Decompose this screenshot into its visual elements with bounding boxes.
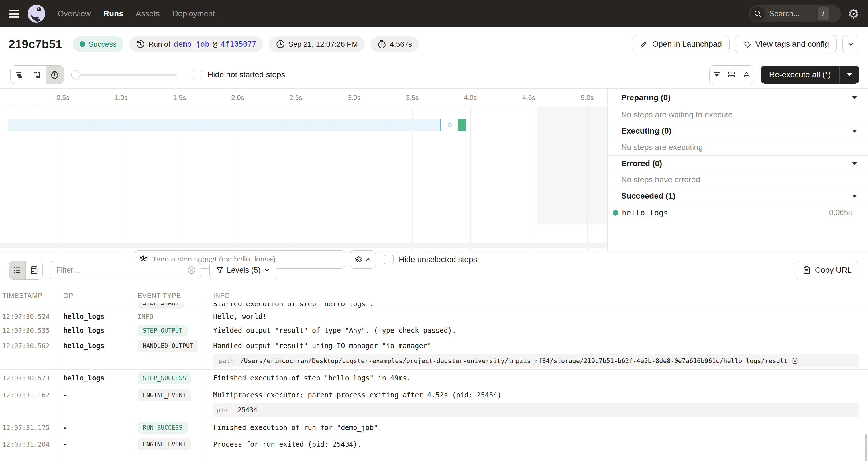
copy-url-button[interactable]: Copy URL	[795, 261, 860, 279]
log-op: hello_logs	[63, 374, 104, 382]
gantt-zoom-slider[interactable]	[71, 65, 177, 84]
hamburger-menu-icon[interactable]	[8, 10, 20, 18]
slider-thumb[interactable]	[71, 70, 80, 79]
log-info: Multiprocess executor: parent process ex…	[213, 391, 501, 399]
nav-item-runs[interactable]: Runs	[103, 9, 123, 18]
run-of-pill: Run of demo_job @ 4f105077	[129, 36, 263, 52]
col-op: OP	[63, 292, 73, 300]
split-panel-button[interactable]	[724, 65, 739, 84]
gantt-timeline-axis: 0.5s 1.0s 1.5s 2.0s 2.5s 3.0s 3.5s 4.0s …	[0, 89, 607, 107]
expand-panel-button[interactable]	[739, 65, 754, 84]
commit-link[interactable]: 4f105077	[221, 40, 256, 49]
stopwatch-icon	[377, 40, 386, 49]
axis-tick: 2.5s	[289, 94, 302, 102]
axis-tick: 5.0s	[581, 94, 594, 102]
gantt-view-mode-segmented	[10, 65, 64, 84]
log-timestamp: 12:07:30.562	[2, 342, 50, 349]
caret-down-icon	[852, 194, 857, 198]
section-executing[interactable]: Executing (0)	[608, 123, 868, 139]
run-logs-section: Levels (5) Copy URL TIMESTAMP OP EVENT T…	[0, 252, 868, 461]
log-row-handled-output[interactable]: 12:07:30.562 hello_logs HANDLED_OUTPUT H…	[0, 338, 868, 370]
step-execution-bar[interactable]	[458, 119, 466, 131]
section-errored[interactable]: Errored (0)	[608, 156, 868, 172]
job-link[interactable]: demo_job	[174, 40, 210, 49]
collapse-panel-button[interactable]	[710, 65, 724, 84]
log-info: Hello, world!	[213, 313, 267, 320]
nav-item-assets[interactable]: Assets	[136, 9, 160, 18]
log-row-step-output[interactable]: 12:07:30.535 hello_logs STEP_OUTPUT Yiel…	[0, 323, 868, 338]
log-row-engine-event-exit[interactable]: 12:07:31.204 - ENGINE_EVENT Process for …	[0, 436, 868, 453]
log-timestamp: 12:07:31.175	[2, 424, 50, 431]
search-input[interactable]	[769, 9, 817, 18]
log-vertical-scrollbar[interactable]	[865, 434, 867, 461]
open-in-launchpad-button[interactable]: Open in Launchpad	[632, 35, 730, 53]
metadata-label: pid	[213, 403, 231, 417]
waterfall-view-button[interactable]	[28, 65, 46, 84]
log-row-step-start[interactable]: STEP_START Started execution of step "he…	[0, 303, 868, 310]
section-succeeded[interactable]: Succeeded (1)	[608, 188, 868, 204]
run-actions-dropdown-button[interactable]	[842, 35, 860, 53]
gantt-chart: 0.5s 1.0s 1.5s 2.0s 2.5s 3.0s 3.5s 4.0s …	[0, 88, 607, 252]
funnel-icon	[216, 267, 223, 274]
log-timestamp: 12:07:31.204	[2, 441, 50, 448]
chevron-down-icon	[264, 268, 270, 272]
search-shortcut-key: /	[817, 7, 829, 20]
caret-down-icon	[852, 96, 857, 99]
step-waiting-bar	[8, 119, 440, 131]
after-run-end-region	[537, 107, 607, 224]
log-timestamp: 12:07:31.162	[2, 392, 50, 399]
log-timestamp: 12:07:30.524	[2, 313, 50, 320]
slider-track	[71, 73, 177, 76]
log-row-engine-event[interactable]: 12:07:31.162 - ENGINE_EVENT Multiprocess…	[0, 387, 868, 420]
global-search[interactable]: /	[749, 5, 841, 22]
log-row-info[interactable]: 12:07:30.524 hello_logs INFO Hello, worl…	[0, 310, 868, 323]
log-op: -	[63, 424, 67, 432]
axis-tick: 3.5s	[406, 94, 418, 102]
axis-tick: 1.0s	[115, 94, 127, 102]
log-row-step-success[interactable]: 12:07:30.573 hello_logs STEP_SUCCESS Fin…	[0, 370, 868, 387]
axis-tick: 2.0s	[231, 94, 244, 102]
path-link[interactable]: /Users/erincochran/Desktop/dagster-examp…	[240, 357, 788, 364]
pid-value: 25434	[238, 406, 257, 414]
gantt-horizontal-scrollbar[interactable]	[0, 243, 607, 248]
flat-view-button[interactable]	[10, 65, 28, 84]
chevron-down-icon	[847, 40, 855, 48]
section-preparing[interactable]: Preparing (0)	[608, 89, 868, 107]
gantt-body: Hide unselected steps	[0, 107, 607, 252]
reexecute-all-button[interactable]: Re-execute all (*)	[761, 65, 860, 84]
expand-up-icon	[742, 70, 751, 79]
log-info: Started execution of step "hello_logs".	[213, 303, 374, 308]
event-type-badge: ENGINE_EVENT	[137, 438, 191, 451]
succeeded-step-row[interactable]: hello_logs 0.065s	[608, 204, 868, 221]
log-filter-field	[50, 261, 201, 279]
run-header: 219c7b51 Success Run of demo_job @ 4f105…	[0, 27, 868, 61]
stopwatch-view-icon	[50, 70, 59, 79]
log-info: Finished execution of step "hello_logs" …	[213, 374, 411, 382]
step-name: hello_logs	[622, 208, 668, 217]
nav-item-overview[interactable]: Overview	[58, 9, 91, 18]
log-op: hello_logs	[63, 327, 104, 335]
log-filter-input[interactable]	[56, 266, 187, 275]
hide-not-started-checkbox[interactable]: Hide not started steps	[193, 70, 285, 80]
reexecute-dropdown-button[interactable]	[839, 73, 860, 76]
clipboard-icon	[802, 266, 811, 274]
log-row-run-success[interactable]: 12:07:31.175 - RUN_SUCCESS Finished exec…	[0, 420, 868, 436]
settings-gear-icon[interactable]: ⚙	[848, 7, 860, 20]
checkbox-box[interactable]	[193, 70, 202, 80]
event-type-badge: STEP_SUCCESS	[137, 372, 191, 384]
view-tags-config-button[interactable]: View tags and config	[735, 35, 837, 53]
raw-log-view-button[interactable]	[26, 261, 42, 279]
levels-filter-button[interactable]: Levels (5)	[210, 261, 276, 279]
tag-icon	[743, 40, 751, 49]
table-log-view-button[interactable]	[9, 261, 26, 279]
dagster-logo-icon[interactable]	[27, 5, 45, 23]
step-duration: 0.065s	[829, 208, 852, 217]
timed-view-button[interactable]	[46, 65, 64, 84]
event-type-badge: RUN_SUCCESS	[137, 422, 187, 434]
clear-filter-icon[interactable]	[187, 266, 196, 275]
collapse-down-icon	[712, 70, 721, 79]
copy-path-icon[interactable]	[792, 357, 799, 364]
nav-item-deployment[interactable]: Deployment	[173, 9, 215, 18]
pencil-icon	[640, 40, 648, 49]
search-icon	[750, 6, 765, 21]
